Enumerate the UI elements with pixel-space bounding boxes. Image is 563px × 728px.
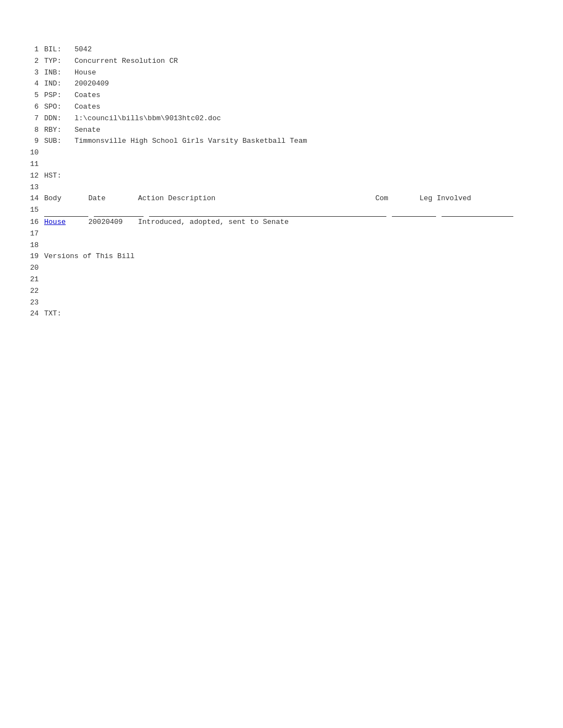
line-23: 23: [28, 297, 535, 309]
main-content: 1 BIL: 5042 2 TYP: Concurrent Resolution…: [0, 0, 563, 364]
value-inb: House: [75, 67, 535, 79]
history-body[interactable]: House: [44, 217, 88, 228]
line-num-4: 4: [28, 78, 44, 90]
col-header-date: Date: [88, 193, 138, 205]
line-num-1: 1: [28, 44, 44, 56]
line-num-12: 12: [28, 170, 44, 182]
line-num-3: 3: [28, 67, 44, 79]
line-num-10: 10: [28, 147, 44, 159]
house-link[interactable]: House: [44, 218, 66, 226]
line-num-21: 21: [28, 274, 44, 286]
underline-date: [94, 205, 144, 217]
line-num-18: 18: [28, 240, 44, 251]
underline-body: [44, 205, 88, 217]
line-22: 22: [28, 286, 535, 297]
line-13: 13: [28, 182, 535, 194]
versions-label: Versions of This Bill: [44, 251, 135, 263]
label-ddn: DDN:: [44, 113, 75, 125]
label-txt: TXT:: [44, 308, 75, 320]
line-18: 18: [28, 240, 535, 251]
line-12: 12 HST:: [28, 170, 535, 182]
line-7: 7 DDN: l:\council\bills\bbm\9013htc02.do…: [28, 113, 535, 125]
value-ddn: l:\council\bills\bbm\9013htc02.doc: [75, 113, 535, 125]
line-num-15: 15: [28, 205, 44, 216]
underline-com: [392, 205, 436, 217]
label-typ: TYP:: [44, 56, 75, 67]
line-21: 21: [28, 274, 535, 286]
value-sub: Timmonsville High School Girls Varsity B…: [75, 136, 535, 147]
col-header-com: Com: [375, 193, 419, 205]
history-leg: [419, 217, 491, 228]
line-3: 3 INB: House: [28, 67, 535, 79]
line-num-5: 5: [28, 90, 44, 101]
line-num-9: 9: [28, 136, 44, 147]
line-6: 6 SPO: Coates: [28, 101, 535, 113]
value-rby: Senate: [75, 125, 535, 136]
label-inb: INB:: [44, 67, 75, 79]
col-header-body: Body: [44, 193, 88, 205]
line-num-19: 19: [28, 251, 44, 263]
label-rby: RBY:: [44, 125, 75, 136]
underline-leg: [442, 205, 513, 217]
col-header-leg: Leg Involved: [419, 193, 491, 205]
value-spo: Coates: [75, 101, 535, 113]
line-16: 16 House 20020409 Introduced, adopted, s…: [28, 217, 535, 228]
line-15: 15: [28, 205, 535, 217]
value-txt: [75, 308, 535, 320]
line-num-17: 17: [28, 228, 44, 240]
line-2: 2 TYP: Concurrent Resolution CR: [28, 56, 535, 67]
label-psp: PSP:: [44, 90, 75, 101]
line-num-24: 24: [28, 308, 44, 320]
label-ind: IND:: [44, 78, 75, 90]
label-sub: SUB:: [44, 136, 75, 147]
line-num-20: 20: [28, 263, 44, 274]
line-num-23: 23: [28, 297, 44, 309]
line-num-22: 22: [28, 286, 44, 297]
line-9: 9 SUB: Timmonsville High School Girls Va…: [28, 136, 535, 147]
line-5: 5 PSP: Coates: [28, 90, 535, 101]
col-header-action: Action Description: [138, 193, 375, 205]
line-11: 11: [28, 159, 535, 170]
line-14: 14 Body Date Action Description Com Leg …: [28, 193, 535, 205]
line-num-13: 13: [28, 182, 44, 194]
label-hst: HST:: [44, 170, 75, 182]
line-4: 4 IND: 20020409: [28, 78, 535, 90]
line-17: 17: [28, 228, 535, 240]
line-1: 1 BIL: 5042: [28, 44, 535, 56]
label-spo: SPO:: [44, 101, 75, 113]
line-20: 20: [28, 263, 535, 274]
label-bil: BIL:: [44, 44, 75, 56]
line-num-16: 16: [28, 217, 44, 228]
line-num-7: 7: [28, 113, 44, 125]
line-19: 19 Versions of This Bill: [28, 251, 535, 263]
underline-action: [149, 205, 386, 217]
line-num-6: 6: [28, 101, 44, 113]
line-10: 10: [28, 147, 535, 159]
value-typ: Concurrent Resolution CR: [75, 56, 535, 67]
value-bil: 5042: [75, 44, 535, 56]
value-psp: Coates: [75, 90, 535, 101]
line-8: 8 RBY: Senate: [28, 125, 535, 136]
value-ind: 20020409: [75, 78, 535, 90]
line-24: 24 TXT:: [28, 308, 535, 320]
line-num-14: 14: [28, 193, 44, 205]
line-num-11: 11: [28, 159, 44, 170]
history-action: Introduced, adopted, sent to Senate: [138, 217, 375, 228]
value-hst: [75, 170, 535, 182]
history-com: [375, 217, 419, 228]
line-num-8: 8: [28, 125, 44, 136]
line-num-2: 2: [28, 56, 44, 67]
history-date: 20020409: [88, 217, 138, 228]
